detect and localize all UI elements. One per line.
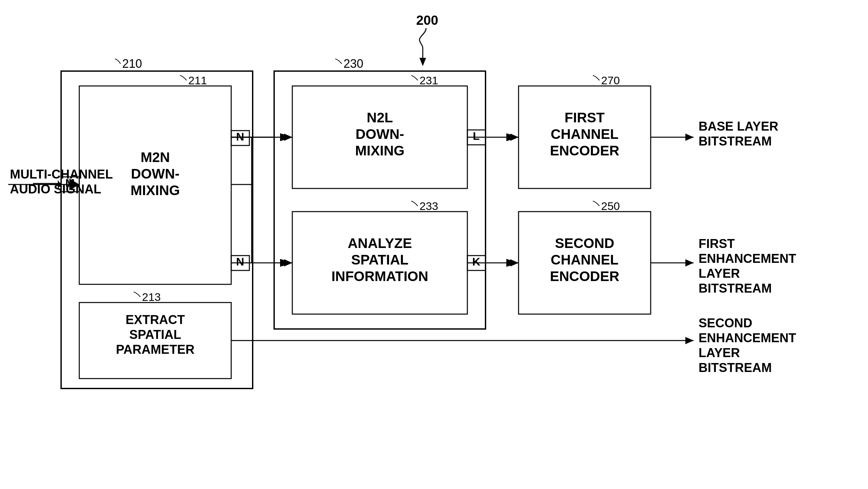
text-second-enc-1: SECOND [555,235,614,251]
label-250: 250 [601,200,620,212]
label-230: 230 [343,57,363,70]
text-first-enh-4: BITSTREAM [699,281,772,295]
big-arrowhead-L [506,133,519,141]
diagram-container: 200 210 211 M2N DOWN- MIXING 213 EXTRACT… [0,0,868,489]
text-second-enh-2: ENHANCEMENT [699,331,796,345]
text-n2l-3: MIXING [355,143,404,159]
label-L: L [473,130,480,142]
text-first-enh-2: ENHANCEMENT [699,252,796,265]
big-arrowhead-N-top [280,133,292,141]
text-first-enh-3: LAYER [699,266,740,280]
text-second-enc-3: ENCODER [550,268,619,284]
text-extract-2: SPATIAL [129,328,181,342]
text-first-enc-2: CHANNEL [551,126,618,142]
label-N-bot: N [236,255,244,268]
label-210: 210 [122,57,142,70]
text-base-2: BITSTREAM [699,134,772,148]
text-n2l-1: N2L [367,110,393,125]
text-base-1: BASE LAYER [699,119,778,133]
text-second-enc-2: CHANNEL [551,252,618,267]
label-270: 270 [601,74,620,87]
text-second-enh-4: BITSTREAM [699,361,772,375]
text-first-enc-1: FIRST [564,110,605,125]
text-first-enc-3: ENCODER [550,143,619,159]
label-231: 231 [420,74,438,87]
text-m2n-2: DOWN- [131,166,180,181]
label-233: 233 [420,200,438,212]
text-extract-1: EXTRACT [125,313,185,327]
label-213: 213 [142,291,161,303]
arrowhead-second-enh [685,337,693,344]
text-m2n-1: M2N [141,149,170,165]
text-analyze-1: ANALYZE [348,235,412,251]
label-N-top: N [236,130,244,143]
text-second-enh-1: SECOND [699,316,752,330]
svg-marker-0 [420,58,426,66]
text-first-enh-1: FIRST [699,237,735,251]
text-m2n-3: MIXING [130,182,180,198]
big-arrowhead-N-bot [280,259,292,267]
ref-200: 200 [416,13,438,27]
text-extract-3: PARAMETER [116,343,194,356]
big-arrowhead-K [506,259,519,267]
label-211: 211 [188,74,207,87]
text-n2l-2: DOWN- [356,126,404,142]
text-analyze-3: INFORMATION [331,268,428,284]
text-analyze-2: SPATIAL [351,252,408,267]
arrowhead-base [685,134,693,141]
text-second-enh-3: LAYER [699,346,740,360]
arrowhead-first-enh [685,259,693,266]
label-K: K [472,255,480,268]
